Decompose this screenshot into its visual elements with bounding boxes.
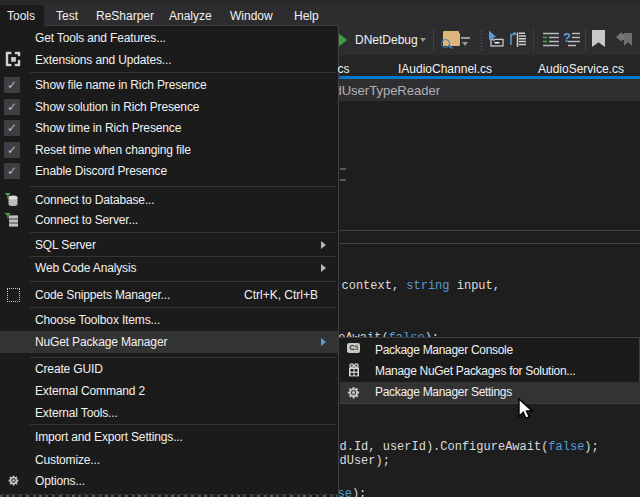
svg-text:?: ? [563, 30, 571, 45]
